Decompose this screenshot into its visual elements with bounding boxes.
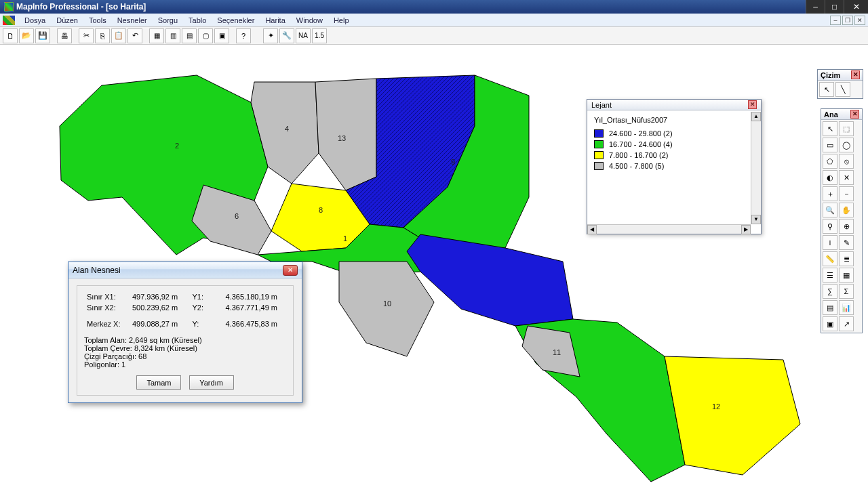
terminal-icon[interactable]: ▣ — [823, 316, 837, 331]
legend-row-0: 24.600 - 29.800 (2) — [594, 128, 754, 139]
window-browser-icon[interactable]: ▦ — [149, 28, 164, 43]
map-workspace[interactable]: 2 4 13 9 8 6 1 10 11 12 Lejant ✕ Yıl_Ort… — [0, 45, 868, 500]
dialog-coord-table: Sınır X1:497.936,92 m Y1:4.365.180,19 m … — [84, 291, 286, 329]
run-tool-icon[interactable]: ✦ — [263, 28, 278, 43]
arrow2-icon[interactable]: ↗ — [839, 316, 854, 331]
ruler-icon[interactable]: 📏 — [823, 251, 837, 266]
cizim-titlebar[interactable]: Çizim ✕ — [818, 70, 863, 81]
legend-scroll-h[interactable]: ◀ ▶ — [587, 224, 751, 234]
zoom-out-icon[interactable]: － — [839, 186, 854, 201]
legend-close-icon[interactable]: ✕ — [748, 100, 757, 109]
menu-harita[interactable]: Harita — [260, 15, 290, 26]
ana-close-icon[interactable]: ✕ — [850, 110, 859, 119]
cut-icon[interactable]: ✂ — [79, 28, 94, 43]
window-title: MapInfo Professional - [so Harita] — [16, 2, 806, 12]
legend-row-1: 16.700 - 24.600 (4) — [594, 139, 754, 150]
dialog-alan-nesnesi[interactable]: Alan Nesnesi ✕ Sınır X1:497.936,92 m Y1:… — [68, 262, 302, 403]
table-icon[interactable]: ▤ — [823, 300, 837, 315]
scale-tool-icon[interactable]: 1.5 — [312, 28, 327, 43]
mdi-close[interactable]: ✕ — [854, 16, 865, 25]
close-button[interactable]: ✕ — [844, 0, 868, 14]
coord-row-1: Sınır X2:500.239,62 m Y2:4.367.771,49 m — [84, 302, 286, 313]
mdi-minimize[interactable]: – — [830, 16, 841, 25]
sigma-icon[interactable]: Σ — [839, 284, 854, 299]
center-icon[interactable]: ⊕ — [839, 219, 854, 234]
dialog-body: Sınır X1:497.936,92 m Y1:4.365.180,19 m … — [68, 278, 302, 402]
invert-icon[interactable]: ◐ — [823, 170, 837, 185]
legend-titlebar[interactable]: Lejant ✕ — [587, 100, 761, 110]
menu-duzen[interactable]: Düzen — [51, 15, 83, 26]
marquee-icon[interactable]: ▭ — [823, 138, 837, 152]
open-icon[interactable]: 📂 — [19, 28, 34, 43]
region-12[interactable] — [665, 356, 800, 475]
region-6[interactable] — [192, 185, 271, 255]
deselect-icon[interactable]: ✕ — [839, 170, 854, 185]
region-label-12: 12 — [712, 402, 720, 411]
polygon-select-icon[interactable]: ⬠ — [823, 154, 837, 169]
menu-dosya[interactable]: Dosya — [19, 15, 51, 26]
menu-nesneler[interactable]: Nesneler — [112, 15, 153, 26]
region-7[interactable] — [407, 234, 573, 326]
radius-select-icon[interactable]: ◯ — [839, 138, 854, 152]
ana-titlebar[interactable]: Ana ✕ — [821, 109, 862, 120]
sum-icon[interactable]: ∑ — [823, 284, 837, 299]
new-icon[interactable]: 🗋 — [3, 28, 18, 43]
dotted-select-icon[interactable]: ⬚ — [839, 121, 854, 136]
cizim-title: Çizim — [821, 71, 840, 79]
mdi-restore[interactable]: ❐ — [842, 16, 853, 25]
ana-panel[interactable]: Ana ✕ ↖ ⬚ ▭ ◯ ⬠ ⦸ ◐ ✕ ＋ － 🔍 ✋ ⚲ ⊕ i ✎ 📏 … — [821, 108, 863, 333]
dialog-titlebar[interactable]: Alan Nesnesi ✕ — [68, 262, 302, 278]
menu-secenekler[interactable]: Seçenekler — [212, 15, 260, 26]
layer-icon[interactable]: ≣ — [839, 251, 854, 266]
ana-tools: ↖ ⬚ ▭ ◯ ⬠ ⦸ ◐ ✕ ＋ － 🔍 ✋ ⚲ ⊕ i ✎ 📏 ≣ ☰ ▦ … — [821, 120, 862, 333]
menu-window[interactable]: Window — [291, 15, 328, 26]
grid-icon[interactable]: ▦ — [839, 268, 854, 283]
scroll-up-icon[interactable]: ▲ — [751, 112, 761, 121]
cizim-close-icon[interactable]: ✕ — [851, 70, 860, 79]
pan-icon[interactable]: ✋ — [839, 203, 854, 217]
save-icon[interactable]: 💾 — [35, 28, 50, 43]
scroll-down-icon[interactable]: ▼ — [751, 215, 761, 224]
wrench-icon[interactable]: 🔧 — [279, 28, 294, 43]
help-cursor-icon[interactable]: ? — [236, 28, 251, 43]
legend-scroll-v[interactable]: ▲ ▼ — [751, 112, 761, 224]
no-entry-icon[interactable]: ⦸ — [839, 154, 854, 169]
window-graph-icon[interactable]: ▤ — [182, 28, 197, 43]
scroll-right-icon[interactable]: ▶ — [741, 225, 751, 234]
help-button[interactable]: Yardım — [189, 375, 234, 390]
toolbar-standard: 🗋 📂 💾 🖶 ✂ ⎘ 📋 ↶ ▦ ▥ ▤ ▢ ▣ ? ✦ 🔧 NA 1.5 — [0, 27, 868, 45]
na-tool-icon[interactable]: NA — [296, 28, 311, 43]
pointer-icon[interactable]: ↖ — [823, 121, 837, 136]
cizim-panel[interactable]: Çizim ✕ ↖ ╲ — [817, 69, 863, 99]
info-icon[interactable]: i — [823, 235, 837, 250]
line-tool-icon[interactable]: ╲ — [835, 82, 850, 97]
menu-help[interactable]: Help — [328, 15, 355, 26]
select-tool-icon[interactable]: ↖ — [819, 82, 834, 97]
menu-tools[interactable]: Tools — [83, 15, 112, 26]
ok-button[interactable]: Tamam — [136, 375, 181, 390]
paste-icon[interactable]: 📋 — [111, 28, 126, 43]
dialog-close-icon[interactable]: ✕ — [283, 265, 298, 276]
undo-icon[interactable]: ↶ — [127, 28, 142, 43]
legend-window[interactable]: Lejant ✕ Yıl_Ortası_Nüfus2007 24.600 - 2… — [587, 99, 762, 234]
scroll-left-icon[interactable]: ◀ — [587, 225, 597, 234]
chart-icon[interactable]: 📊 — [839, 300, 854, 315]
legend-subtitle: Yıl_Ortası_Nüfus2007 — [594, 116, 754, 124]
copy-icon[interactable]: ⎘ — [95, 28, 110, 43]
layers-icon[interactable]: ☰ — [823, 268, 837, 283]
menu-tablo[interactable]: Tablo — [183, 15, 212, 26]
region-10[interactable] — [339, 262, 434, 356]
window-map-icon[interactable]: ▥ — [165, 28, 180, 43]
print-icon[interactable]: 🖶 — [57, 28, 72, 43]
menu-bar: Dosya Düzen Tools Nesneler Sorgu Tablo S… — [0, 14, 868, 27]
draw-icon[interactable]: ✎ — [839, 235, 854, 250]
find-icon[interactable]: ⚲ — [823, 219, 837, 234]
maximize-button[interactable]: □ — [825, 0, 844, 14]
minimize-button[interactable]: – — [806, 0, 825, 14]
dialog-extra-0: Toplam Alan: 2,649 sq km (Küresel) — [84, 336, 286, 344]
menu-sorgu[interactable]: Sorgu — [153, 15, 183, 26]
window-layout-icon[interactable]: ▢ — [198, 28, 213, 43]
window-redistrict-icon[interactable]: ▣ — [214, 28, 229, 43]
view-icon[interactable]: 🔍 — [823, 203, 837, 217]
zoom-in-icon[interactable]: ＋ — [823, 186, 837, 201]
